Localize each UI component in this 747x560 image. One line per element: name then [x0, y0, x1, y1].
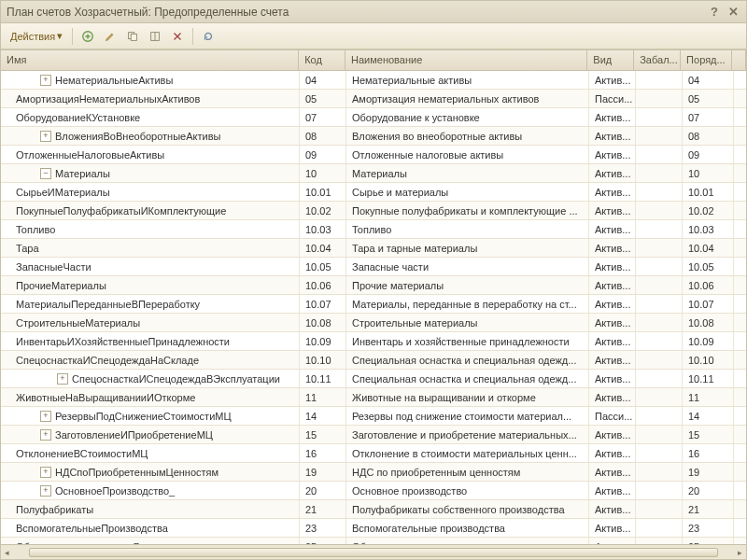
col-header-code[interactable]: Код [299, 50, 345, 70]
row-name: СтроительныеМатериалы [16, 317, 140, 329]
cell-name: −Материалы [1, 164, 300, 182]
grid-body[interactable]: +НематериальныеАктивы04Нематериальные ак… [1, 71, 746, 544]
row-name: ВспомогательныеПроизводства [16, 523, 168, 534]
cell-por: 10.11 [683, 370, 734, 387]
cell-name: СырьеИМатериалы [1, 183, 300, 201]
table-row[interactable]: ПрочиеМатериалы10.06Прочие материалыАкти… [1, 276, 746, 295]
separator [72, 28, 73, 45]
cell-zab [636, 258, 683, 275]
cell-code: 10.06 [300, 276, 346, 294]
cell-vid: Актив... [589, 482, 636, 499]
expand-icon[interactable]: + [40, 131, 51, 142]
table-row[interactable]: +ЗаготовлениеИПриобретениеМЦ15Заготовлен… [1, 426, 746, 444]
cell-code: 08 [300, 127, 346, 145]
cell-vid: Актив... [589, 127, 636, 145]
table-row[interactable]: Полуфабрикаты21Полуфабрикаты собственног… [1, 500, 746, 519]
cell-vid: Актив... [589, 388, 636, 406]
horizontal-scrollbar[interactable]: ◂ ▸ [1, 544, 746, 559]
cell-name: ЗапасныеЧасти [1, 258, 300, 275]
row-name: СпецоснасткаИСпецодеждаВЭксплуатации [72, 373, 280, 385]
table-row[interactable]: ОборудованиеКУстановке07Оборудование к у… [1, 108, 746, 127]
cell-por: 21 [683, 500, 734, 518]
scroll-right-icon[interactable]: ▸ [733, 546, 746, 559]
cell-code: 04 [300, 71, 346, 89]
table-row[interactable]: ОбщепроизводственныеРасходы25Общепроизво… [1, 538, 746, 544]
cell-por: 20 [683, 482, 734, 499]
cell-zab [636, 276, 683, 294]
cell-vid: Актив... [589, 426, 636, 443]
close-button[interactable]: ✕ [726, 5, 740, 20]
table-row[interactable]: ОтклонениеВСтоимостиМЦ16Отклонение в сто… [1, 444, 746, 463]
actions-menu[interactable]: Действия ▾ [7, 28, 66, 44]
table-row[interactable]: +СпецоснасткаИСпецодеждаВЭксплуатации10.… [1, 370, 746, 388]
table-row[interactable]: +ВложенияВоВнеоборотныеАктивы08Вложения … [1, 127, 746, 146]
cell-por: 10.01 [683, 183, 734, 201]
svg-rect-2 [131, 34, 136, 40]
collapse-icon[interactable]: − [40, 168, 51, 179]
expand-icon[interactable]: + [40, 411, 51, 422]
table-row[interactable]: Топливо10.03ТопливоАктив...10.03 [1, 220, 746, 239]
table-row[interactable]: +НематериальныеАктивы04Нематериальные ак… [1, 71, 746, 90]
cell-zab [636, 426, 683, 443]
table-row[interactable]: +НДСпоПриобретеннымЦенностям19НДС по при… [1, 463, 746, 482]
table-row[interactable]: ЗапасныеЧасти10.05Запасные частиАктив...… [1, 258, 746, 276]
cell-name: +ВложенияВоВнеоборотныеАктивы [1, 127, 300, 145]
chevron-down-icon: ▾ [57, 30, 63, 42]
table-row[interactable]: −Материалы10МатериалыАктив...10 [1, 164, 746, 183]
row-name: АмортизацияНематериальныхАктивов [16, 93, 200, 105]
col-header-zab[interactable]: Забал... [634, 50, 681, 70]
cell-vid: Актив... [589, 351, 636, 369]
table-row[interactable]: СырьеИМатериалы10.01Сырье и материалыАкт… [1, 183, 746, 202]
col-header-vid[interactable]: Вид [587, 50, 634, 70]
cell-name: ЖивотныеНаВыращиванииИОткорме [1, 388, 300, 406]
copy-button[interactable] [123, 27, 142, 46]
col-header-por[interactable]: Поряд... [681, 50, 732, 70]
refresh-button[interactable] [199, 27, 218, 46]
cell-por: 07 [683, 108, 734, 126]
help-button[interactable]: ? [707, 5, 722, 20]
expand-icon[interactable]: + [40, 467, 51, 478]
toolbar: Действия ▾ [1, 23, 746, 49]
add-button[interactable] [78, 27, 97, 46]
cell-por: 15 [683, 426, 734, 443]
table-row[interactable]: ЖивотныеНаВыращиванииИОткорме11Животные … [1, 388, 746, 407]
expand-icon[interactable]: + [57, 373, 68, 385]
cell-por: 10.07 [683, 295, 734, 313]
table-row[interactable]: АмортизацияНематериальныхАктивов05Аморти… [1, 90, 746, 108]
delete-button[interactable] [168, 27, 187, 46]
properties-button[interactable] [146, 27, 164, 46]
cell-por: 25 [683, 538, 734, 544]
table-row[interactable]: СпецоснасткаИСпецодеждаНаСкладе10.10Спец… [1, 351, 746, 370]
scrollbar-thumb[interactable] [29, 548, 719, 557]
col-header-desc[interactable]: Наименование [345, 50, 587, 70]
cell-por: 10.04 [683, 239, 734, 257]
edit-button[interactable] [101, 27, 120, 46]
col-header-name[interactable]: Имя [1, 50, 299, 70]
scroll-left-icon[interactable]: ◂ [1, 546, 14, 559]
expand-icon[interactable]: + [40, 429, 51, 441]
cell-code: 10.03 [300, 220, 346, 238]
cell-desc: Вспомогательные производства [346, 519, 589, 537]
cell-zab [636, 239, 683, 257]
table-row[interactable]: СтроительныеМатериалы10.08Строительные м… [1, 314, 746, 332]
table-row[interactable]: ПокупныеПолуфабрикатыИКомплектующие10.02… [1, 202, 746, 220]
table-row[interactable]: +ОсновноеПроизводство_20Основное произво… [1, 482, 746, 500]
table-row[interactable]: Тара10.04Тара и тарные материалыАктив...… [1, 239, 746, 258]
cell-por: 10.03 [683, 220, 734, 238]
cell-name: МатериалыПереданныеВПереработку [1, 295, 300, 313]
table-row[interactable]: ВспомогательныеПроизводства23Вспомогател… [1, 519, 746, 538]
table-row[interactable]: ОтложенныеНалоговыеАктивы09Отложенные на… [1, 146, 746, 164]
cell-code: 10.09 [300, 332, 346, 350]
table-row[interactable]: МатериалыПереданныеВПереработку10.07Мате… [1, 295, 746, 314]
expand-icon[interactable]: + [40, 75, 51, 86]
cell-code: 11 [300, 388, 346, 406]
table-row[interactable]: +РезервыПодСнижениеСтоимостиМЦ14Резервы … [1, 407, 746, 426]
table-row[interactable]: ИнвентарьИХозяйственныеПринадлежности10.… [1, 332, 746, 351]
cell-por: 10 [683, 164, 734, 182]
row-name: МатериалыПереданныеВПереработку [16, 299, 200, 310]
expand-icon[interactable]: + [40, 485, 51, 497]
cell-vid: Актив... [589, 220, 636, 238]
cell-por: 10.05 [683, 258, 734, 275]
cell-code: 10.10 [300, 351, 346, 369]
cell-por: 11 [683, 388, 734, 406]
